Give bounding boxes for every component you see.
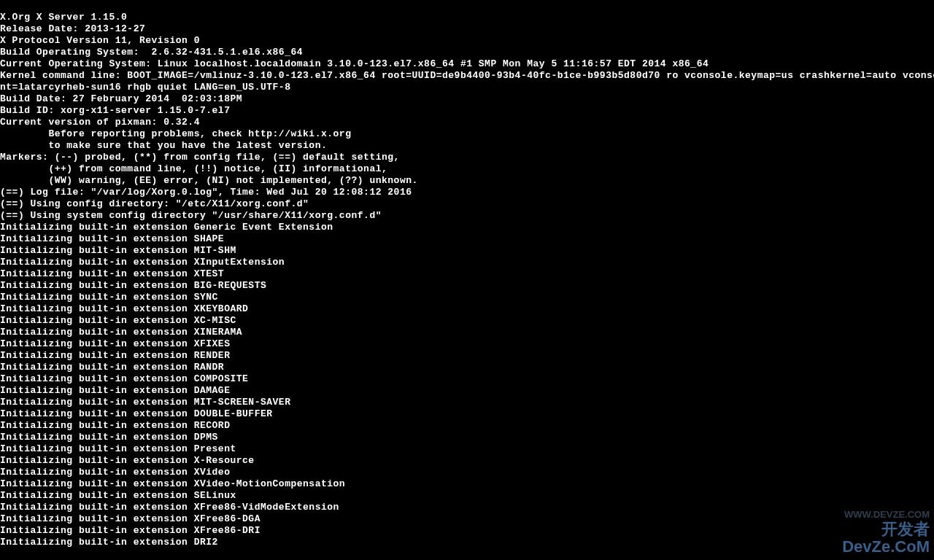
console-line: Initializing built-in extension XFree86-… [0,525,934,537]
console-line: Initializing built-in extension XInputEx… [0,257,934,268]
console-line: Initializing built-in extension Present [0,443,934,455]
console-line: Initializing built-in extension XVideo-M… [0,478,934,490]
watermark: WWW.DEVZE.COM 开发者 DevZe.CoM [842,510,930,556]
console-line: Initializing built-in extension XINERAMA [0,327,934,338]
console-line: Initializing built-in extension XTEST [0,268,934,280]
console-line: Initializing built-in extension SHAPE [0,233,934,245]
console-line: Initializing built-in extension DAMAGE [0,385,934,397]
console-line: Initializing built-in extension XFree86-… [0,513,934,525]
console-line: Release Date: 2013-12-27 [0,23,934,35]
console-line: Before reporting problems, check http://… [0,128,934,140]
console-line: Initializing built-in extension XC-MISC [0,315,934,327]
console-line: Initializing built-in extension XFIXES [0,338,934,350]
console-line: Initializing built-in extension SYNC [0,292,934,303]
console-line: Initializing built-in extension XVideo [0,467,934,478]
console-line: Initializing built-in extension XFree86-… [0,502,934,513]
console-line: Initializing built-in extension XKEYBOAR… [0,303,934,315]
console-line: (==) Using system config directory "/usr… [0,210,934,222]
console-line: nt=latarcyrheb-sun16 rhgb quiet LANG=en_… [0,82,934,93]
console-line: (++) from command line, (!!) notice, (II… [0,163,934,175]
console-line: X Protocol Version 11, Revision 0 [0,35,934,47]
console-line: Initializing built-in extension MIT-SHM [0,245,934,257]
watermark-chinese: 开发者 [842,521,930,538]
console-line: Initializing built-in extension X-Resour… [0,455,934,467]
console-line: Build Date: 27 February 2014 02:03:18PM [0,93,934,105]
console-line: Initializing built-in extension BIG-REQU… [0,280,934,292]
console-line: Markers: (--) probed, (**) from config f… [0,152,934,163]
console-line: X.Org X Server 1.15.0 [0,12,934,23]
console-line: (WW) warning, (EE) error, (NI) not imple… [0,175,934,187]
watermark-url: WWW.DEVZE.COM [842,510,930,520]
console-line: Initializing built-in extension RECORD [0,420,934,432]
console-output: X.Org X Server 1.15.0Release Date: 2013-… [0,12,934,548]
watermark-brand: DevZe.CoM [842,538,930,556]
console-line: Initializing built-in extension RENDER [0,350,934,362]
console-line: Initializing built-in extension RANDR [0,362,934,373]
console-line: to make sure that you have the latest ve… [0,140,934,152]
console-line: (==) Log file: "/var/log/Xorg.0.log", Ti… [0,187,934,198]
console-line: Initializing built-in extension DRI2 [0,537,934,548]
console-line: Build ID: xorg-x11-server 1.15.0-7.el7 [0,105,934,117]
console-line: Initializing built-in extension DPMS [0,432,934,443]
console-line: Kernel command line: BOOT_IMAGE=/vmlinuz… [0,70,934,82]
console-line: Initializing built-in extension MIT-SCRE… [0,397,934,408]
console-line: Current version of pixman: 0.32.4 [0,117,934,128]
console-line: Initializing built-in extension DOUBLE-B… [0,408,934,420]
console-line: Current Operating System: Linux localhos… [0,58,934,70]
console-line: (==) Using config directory: "/etc/X11/x… [0,198,934,210]
console-line: Initializing built-in extension COMPOSIT… [0,373,934,385]
console-line: Initializing built-in extension SELinux [0,490,934,502]
console-line: Build Operating System: 2.6.32-431.5.1.e… [0,47,934,58]
console-line: Initializing built-in extension Generic … [0,222,934,233]
